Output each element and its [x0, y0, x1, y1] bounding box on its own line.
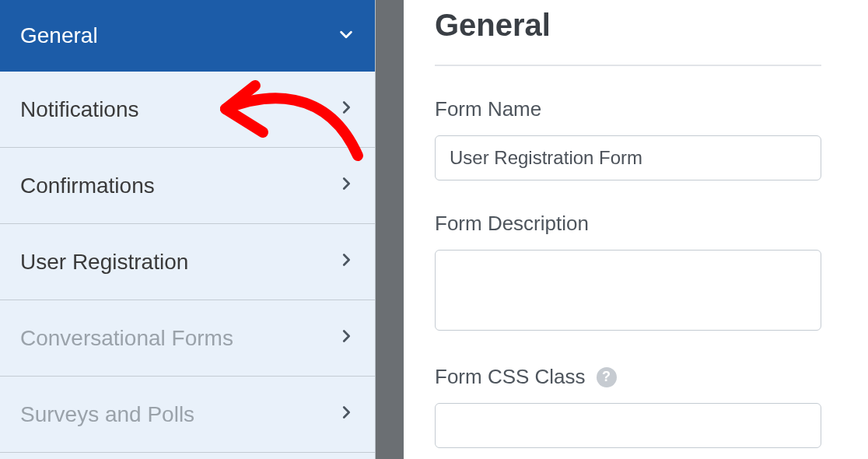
form-description-label: Form Description — [435, 212, 821, 236]
field-form-description: Form Description — [435, 212, 821, 334]
chevron-right-icon — [338, 251, 355, 272]
field-form-css-class: Form CSS Class ? — [435, 365, 821, 448]
form-css-class-input[interactable] — [435, 403, 821, 448]
sidebar-item-user-registration[interactable]: User Registration — [0, 224, 375, 300]
chevron-right-icon — [338, 328, 355, 349]
sidebar-item-label: Confirmations — [20, 173, 155, 198]
field-form-name: Form Name — [435, 97, 821, 180]
chevron-down-icon — [338, 26, 355, 47]
settings-panel: General Form Name Form Description Form … — [404, 0, 868, 459]
sidebar-item-general[interactable]: General — [0, 0, 375, 72]
sidebar-item-label: General — [20, 23, 98, 48]
sidebar-item-notifications[interactable]: Notifications — [0, 72, 375, 148]
form-css-class-label-text: Form CSS Class — [435, 365, 586, 389]
title-divider — [435, 65, 821, 66]
form-name-label: Form Name — [435, 97, 821, 121]
sidebar-item-confirmations[interactable]: Confirmations — [0, 148, 375, 224]
chevron-right-icon — [338, 404, 355, 425]
panel-divider — [376, 0, 404, 459]
sidebar-item-label: Surveys and Polls — [20, 402, 194, 427]
sidebar-item-conversational-forms[interactable]: Conversational Forms — [0, 300, 375, 377]
settings-sidebar: General Notifications Confirmations User… — [0, 0, 376, 459]
sidebar-item-label: User Registration — [20, 250, 188, 275]
form-css-class-label: Form CSS Class ? — [435, 365, 821, 389]
sidebar-item-surveys-and-polls[interactable]: Surveys and Polls — [0, 377, 375, 453]
chevron-right-icon — [338, 99, 355, 120]
sidebar-item-label: Notifications — [20, 97, 139, 122]
sidebar-item-label: Conversational Forms — [20, 326, 233, 351]
chevron-right-icon — [338, 175, 355, 196]
help-icon[interactable]: ? — [597, 367, 617, 387]
form-name-input[interactable] — [435, 135, 821, 180]
page-title: General — [435, 8, 821, 43]
form-description-input[interactable] — [435, 250, 821, 331]
